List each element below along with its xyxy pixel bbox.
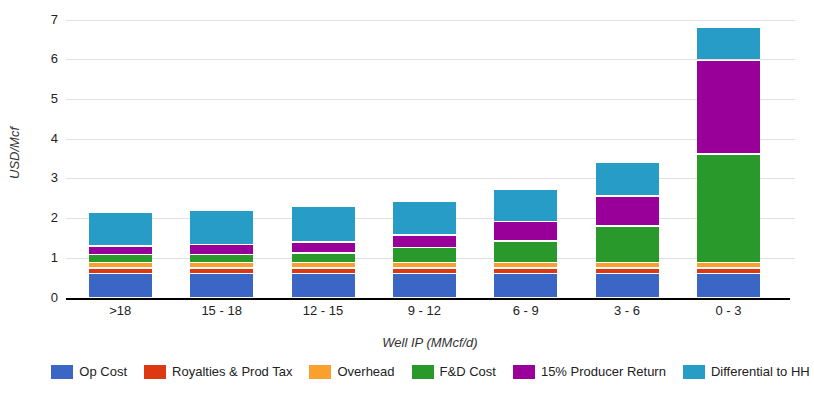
x-axis-line — [66, 298, 790, 300]
legend-label: 15% Producer Return — [541, 364, 666, 379]
bar-segment-overhead — [596, 263, 659, 267]
bar-segment-royalties-prod-tax — [697, 269, 760, 273]
y-axis-tick-label: 6 — [0, 51, 58, 67]
bar-segment-differential-to-hh — [494, 190, 557, 221]
legend-label: Royalties & Prod Tax — [172, 364, 292, 379]
x-axis-title: Well IP (MMcf/d) — [382, 335, 477, 350]
y-axis-tick-label: 3 — [0, 170, 58, 186]
x-axis-tick-label: 12 - 15 — [278, 303, 368, 319]
legend-swatch-royalties-prod-tax — [144, 365, 166, 379]
legend-swatch-op-cost — [51, 365, 73, 379]
y-axis-tick-label: 5 — [0, 91, 58, 107]
bar-segment-overhead — [292, 263, 355, 267]
bar-segment-op-cost — [596, 274, 659, 297]
bar-segment-overhead — [89, 263, 152, 267]
stacked-bar-chart: USD/Mcf Well IP (MMcf/d) Op CostRoyaltie… — [0, 0, 814, 408]
bar-segment-op-cost — [494, 274, 557, 297]
bar-segment-op-cost — [697, 274, 760, 297]
bar-segment-royalties-prod-tax — [494, 269, 557, 273]
bar-segment-royalties-prod-tax — [596, 269, 659, 273]
legend-label: F&D Cost — [440, 364, 496, 379]
legend-label: Op Cost — [79, 364, 127, 379]
gridline — [66, 178, 795, 179]
gridline — [66, 99, 795, 100]
x-axis-tick-label: 3 - 6 — [582, 303, 672, 319]
bar-segment-f-d-cost — [292, 254, 355, 262]
bar-segment-royalties-prod-tax — [292, 269, 355, 273]
bar-segment-differential-to-hh — [292, 207, 355, 241]
x-axis-tick-label: 0 - 3 — [683, 303, 773, 319]
bar-segment-f-d-cost — [697, 155, 760, 262]
bar-segment-op-cost — [292, 274, 355, 297]
y-axis-tick-label: 1 — [0, 250, 58, 266]
bar-segment-royalties-prod-tax — [393, 269, 456, 273]
bar-segment-op-cost — [393, 274, 456, 297]
legend-label: Overhead — [337, 364, 394, 379]
bar-segment-15-producer-return — [89, 247, 152, 254]
bar-segment-op-cost — [89, 274, 152, 297]
bar-segment-15-producer-return — [494, 222, 557, 240]
legend-swatch-15-producer-return — [513, 365, 535, 379]
bar-segment-op-cost — [190, 274, 253, 297]
x-axis-tick-label: 9 - 12 — [379, 303, 469, 319]
bar-segment-f-d-cost — [190, 255, 253, 261]
y-axis-tick-label: 7 — [0, 12, 58, 28]
legend: Op CostRoyalties & Prod TaxOverheadF&D C… — [66, 364, 795, 379]
bar-segment-differential-to-hh — [393, 202, 456, 234]
x-axis-tick-label: 15 - 18 — [177, 303, 267, 319]
legend-swatch-overhead — [309, 365, 331, 379]
legend-label: Differential to HH — [711, 364, 810, 379]
bar-segment-f-d-cost — [393, 248, 456, 262]
bar-segment-15-producer-return — [596, 197, 659, 226]
legend-item-op-cost: Op Cost — [51, 364, 127, 379]
bar-segment-15-producer-return — [190, 245, 253, 254]
bar-segment-royalties-prod-tax — [190, 269, 253, 273]
bar-segment-15-producer-return — [292, 243, 355, 253]
bar-segment-15-producer-return — [393, 236, 456, 247]
bar-segment-differential-to-hh — [89, 213, 152, 245]
x-axis-tick-label: 6 - 9 — [481, 303, 571, 319]
bar-segment-f-d-cost — [494, 242, 557, 262]
legend-item-royalties-prod-tax: Royalties & Prod Tax — [144, 364, 292, 379]
y-axis-tick-label: 0 — [0, 290, 58, 306]
legend-item-differential-to-hh: Differential to HH — [683, 364, 810, 379]
gridline — [66, 59, 795, 60]
legend-item-15-producer-return: 15% Producer Return — [513, 364, 666, 379]
legend-item-f-d-cost: F&D Cost — [412, 364, 496, 379]
y-axis-tick-label: 4 — [0, 131, 58, 147]
bar-segment-differential-to-hh — [596, 163, 659, 195]
bar-segment-overhead — [190, 263, 253, 267]
x-axis-tick-label: >18 — [75, 303, 165, 319]
gridline — [66, 139, 795, 140]
legend-swatch-f-d-cost — [412, 365, 434, 379]
legend-swatch-differential-to-hh — [683, 365, 705, 379]
bar-segment-overhead — [697, 263, 760, 267]
bar-segment-overhead — [393, 263, 456, 267]
bar-segment-f-d-cost — [596, 227, 659, 262]
gridline — [66, 20, 795, 21]
legend-item-overhead: Overhead — [309, 364, 394, 379]
y-axis-tick-label: 2 — [0, 210, 58, 226]
bar-segment-differential-to-hh — [697, 28, 760, 59]
bar-segment-differential-to-hh — [190, 211, 253, 244]
bar-segment-overhead — [494, 263, 557, 267]
bar-segment-f-d-cost — [89, 255, 152, 261]
bar-segment-royalties-prod-tax — [89, 269, 152, 273]
bar-segment-15-producer-return — [697, 61, 760, 154]
